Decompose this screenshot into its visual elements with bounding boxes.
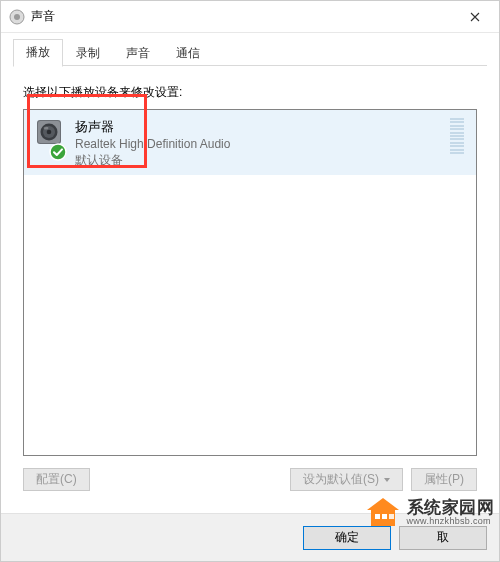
dialog-content: 播放 录制 声音 通信 选择以下播放设备来修改设置:	[1, 33, 499, 513]
window-title: 声音	[31, 8, 453, 25]
tab-label: 播放	[26, 45, 50, 59]
configure-button[interactable]: 配置(C)	[23, 468, 90, 491]
titlebar-buttons	[453, 2, 497, 32]
tab-sounds[interactable]: 声音	[113, 40, 163, 67]
chevron-down-icon	[384, 478, 390, 482]
device-icon-wrap	[33, 117, 67, 159]
panel-instruction: 选择以下播放设备来修改设置:	[23, 84, 477, 101]
tab-label: 声音	[126, 46, 150, 60]
set-default-button[interactable]: 设为默认值(S)	[290, 468, 403, 491]
device-item[interactable]: 扬声器 Realtek High Definition Audio 默认设备	[24, 110, 476, 175]
svg-point-8	[50, 144, 66, 160]
svg-point-1	[14, 14, 20, 20]
properties-button[interactable]: 属性(P)	[411, 468, 477, 491]
level-meter	[450, 118, 464, 154]
device-description: Realtek High Definition Audio	[75, 136, 450, 152]
cancel-button[interactable]: 取	[399, 526, 487, 550]
panel-buttons: 配置(C) 设为默认值(S) 属性(P)	[23, 468, 477, 491]
device-name: 扬声器	[75, 119, 450, 136]
default-check-icon	[49, 143, 67, 161]
close-icon	[470, 12, 480, 22]
tab-recording[interactable]: 录制	[63, 40, 113, 67]
device-status: 默认设备	[75, 152, 450, 168]
dialog-footer: 确定 取	[1, 513, 499, 561]
close-button[interactable]	[453, 2, 497, 32]
device-text: 扬声器 Realtek High Definition Audio 默认设备	[75, 117, 450, 168]
tabstrip: 播放 录制 声音 通信	[13, 41, 487, 66]
playback-panel: 选择以下播放设备来修改设置:	[13, 66, 487, 501]
sound-app-icon	[9, 9, 25, 25]
svg-point-6	[47, 130, 52, 135]
button-label: 属性(P)	[424, 471, 464, 488]
titlebar: 声音	[1, 1, 499, 33]
svg-point-7	[44, 126, 49, 129]
tab-communications[interactable]: 通信	[163, 40, 213, 67]
button-label: 配置(C)	[36, 471, 77, 488]
button-label: 取	[437, 529, 449, 546]
tab-label: 通信	[176, 46, 200, 60]
button-label: 确定	[335, 529, 359, 546]
sound-dialog: 声音 播放 录制 声音 通信 选择以下播放设备来修改设置:	[0, 0, 500, 562]
device-list[interactable]: 扬声器 Realtek High Definition Audio 默认设备	[23, 109, 477, 456]
tab-playback[interactable]: 播放	[13, 39, 63, 67]
button-label: 设为默认值(S)	[303, 471, 379, 488]
tab-label: 录制	[76, 46, 100, 60]
ok-button[interactable]: 确定	[303, 526, 391, 550]
